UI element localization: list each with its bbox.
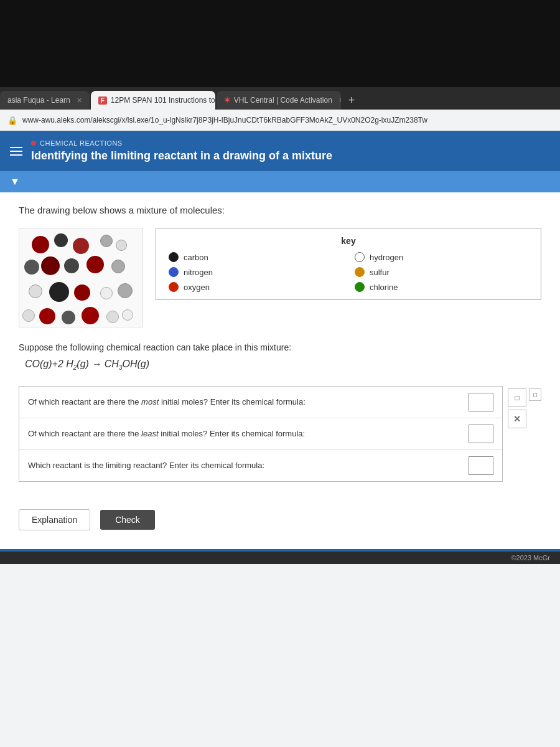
page-title: Identifying the limiting reactant in a d… <box>31 149 550 162</box>
key-box: key carbon hydrogen nitrogen <box>156 228 541 300</box>
input-table-wrapper: Of which reactant are there the most ini… <box>19 386 541 497</box>
molecule-5 <box>116 240 127 251</box>
reaction-equation: CO(g)+2 H2(g) → CH3OH(g) <box>25 359 541 371</box>
carbon-label: carbon <box>184 253 208 262</box>
molecule-4 <box>100 235 113 247</box>
molecule-12 <box>49 282 69 302</box>
expand-button[interactable]: □ <box>508 388 526 407</box>
question-text-3: Which reactant is the limiting reactant?… <box>28 460 461 471</box>
question-text-1: Of which reactant are there the most ini… <box>28 397 461 408</box>
nitrogen-circle <box>169 267 179 277</box>
dropdown-row[interactable]: ▼ <box>0 171 560 192</box>
check-button[interactable]: Check <box>100 510 155 530</box>
sulfur-label: sulfur <box>370 268 390 277</box>
molecule-3 <box>73 238 89 254</box>
chlorine-circle <box>355 282 365 292</box>
tab-aleks-icon: F <box>98 96 107 105</box>
molecule-19 <box>82 307 99 324</box>
main-content: CHEMICAL REACTIONS Identifying the limit… <box>0 131 560 747</box>
molecule-8 <box>64 258 79 273</box>
molecule-13 <box>74 284 90 301</box>
new-tab-button[interactable]: + <box>342 91 362 110</box>
small-box-button[interactable]: □ <box>529 388 541 401</box>
molecule-11 <box>29 284 42 298</box>
browser-chrome: asia Fuqua - Learn ✕ F 12PM SPAN 101 Ins… <box>0 87 560 131</box>
molecule-9 <box>86 256 104 273</box>
key-item-chlorine: chlorine <box>355 282 528 292</box>
oxygen-label: oxygen <box>184 283 210 292</box>
molecule-17 <box>39 308 55 324</box>
key-item-hydrogen: hydrogen <box>355 252 528 262</box>
key-item-nitrogen: nitrogen <box>169 267 342 277</box>
tab-vhl-icon: ✶ <box>224 96 230 105</box>
molecule-1 <box>32 236 49 253</box>
aleks-container: CHEMICAL REACTIONS Identifying the limit… <box>0 131 560 564</box>
section-label-text: CHEMICAL REACTIONS <box>40 139 123 147</box>
molecule-20 <box>106 311 119 323</box>
intro-text: The drawing below shows a mixture of mol… <box>19 205 541 215</box>
copyright-text: ©2023 McGr <box>511 554 550 561</box>
input-table: Of which reactant are there the most ini… <box>19 386 503 482</box>
answer-input-3[interactable] <box>469 456 493 475</box>
question-text-2: Of which reactant are there the least in… <box>28 428 461 439</box>
diagram-key-area: key carbon hydrogen nitrogen <box>19 228 541 327</box>
hydrogen-label: hydrogen <box>370 253 403 262</box>
nitrogen-label: nitrogen <box>184 268 213 277</box>
oxygen-circle <box>169 282 179 292</box>
address-bar: 🔒 www-awu.aleks.com/alekscgi/x/lsl.exe/1… <box>0 110 560 131</box>
key-item-carbon: carbon <box>169 252 342 262</box>
molecule-6 <box>24 260 39 275</box>
content-body: The drawing below shows a mixture of mol… <box>0 192 560 549</box>
copyright-bar: ©2023 McGr <box>0 552 560 564</box>
tab-asia[interactable]: asia Fuqua - Learn ✕ <box>0 91 90 110</box>
key-grid: carbon hydrogen nitrogen sulfur <box>169 252 528 292</box>
molecule-21 <box>122 309 133 321</box>
reaction-intro-text: Suppose the following chemical reaction … <box>19 342 541 352</box>
reaction-section: Suppose the following chemical reaction … <box>19 342 541 371</box>
answer-input-1[interactable] <box>469 393 493 411</box>
key-item-oxygen: oxygen <box>169 282 342 292</box>
tab-bar: asia Fuqua - Learn ✕ F 12PM SPAN 101 Ins… <box>0 87 560 110</box>
tab-vhl-close[interactable]: ✕ <box>338 96 341 105</box>
explanation-button[interactable]: Explanation <box>19 509 90 530</box>
molecule-16 <box>22 309 35 322</box>
tab-vhl[interactable]: ✶ VHL Central | Code Activation ✕ <box>217 91 341 110</box>
carbon-circle <box>169 252 179 262</box>
question-row-1: Of which reactant are there the most ini… <box>19 387 502 418</box>
sulfur-circle <box>355 267 365 277</box>
answer-input-2[interactable] <box>469 425 493 443</box>
molecule-14 <box>100 287 113 299</box>
menu-icon[interactable] <box>10 147 22 156</box>
tab-asia-close[interactable]: ✕ <box>77 96 82 105</box>
chlorine-label: chlorine <box>370 283 398 292</box>
hydrogen-circle <box>355 252 365 262</box>
lock-icon: 🔒 <box>7 116 17 125</box>
desktop-top <box>0 0 560 87</box>
bottom-buttons: Explanation Check <box>19 497 541 537</box>
section-label: CHEMICAL REACTIONS <box>31 139 550 147</box>
tab-asia-label: asia Fuqua - Learn <box>7 96 70 105</box>
section-dot <box>31 141 36 146</box>
molecule-15 <box>118 283 133 298</box>
molecule-7 <box>41 256 60 275</box>
aleks-header: CHEMICAL REACTIONS Identifying the limit… <box>0 131 560 171</box>
tab-vhl-label: VHL Central | Code Activation <box>234 96 332 105</box>
key-title: key <box>169 236 528 246</box>
question-row-3: Which reactant is the limiting reactant?… <box>19 450 502 481</box>
chevron-down-icon: ▼ <box>10 176 20 187</box>
tab-aleks-label: 12PM SPAN 101 Instructions to … <box>111 96 215 105</box>
molecule-2 <box>54 233 68 247</box>
key-item-sulfur: sulfur <box>355 267 528 277</box>
address-text: www-awu.aleks.com/alekscgi/x/lsl.exe/1o_… <box>22 116 553 125</box>
clear-button[interactable]: ✕ <box>508 410 526 428</box>
molecule-diagram <box>19 228 143 327</box>
side-buttons: □ □ ✕ <box>508 386 541 428</box>
tab-aleks[interactable]: F 12PM SPAN 101 Instructions to … ✕ <box>91 91 215 110</box>
molecule-18 <box>62 311 75 324</box>
molecule-10 <box>111 260 125 273</box>
question-row-2: Of which reactant are there the least in… <box>19 418 502 450</box>
